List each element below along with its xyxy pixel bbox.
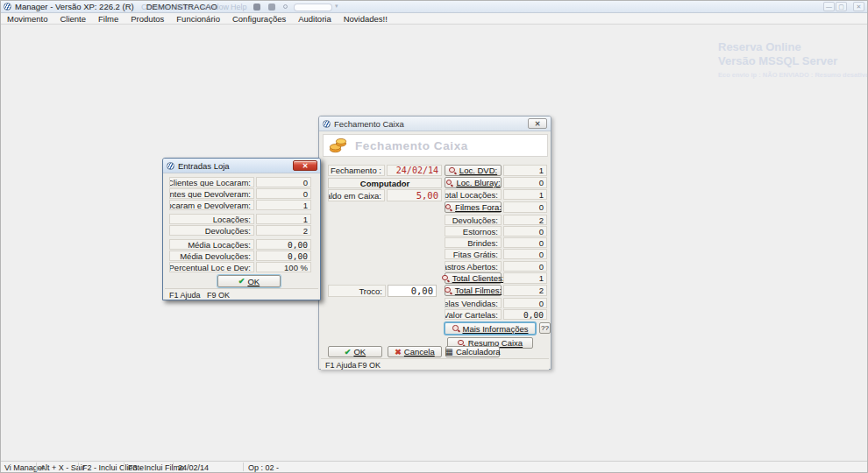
fechamento-ok-button[interactable]: ✔ OK [328, 346, 382, 357]
entradas-ok-button[interactable]: ✔ OK [217, 275, 281, 287]
percentual-loc-dev-value: 100 % [256, 262, 311, 272]
ghost-app-icon [253, 4, 260, 11]
locaram-devolveram-value: 1 [256, 200, 311, 210]
clientes-locaram-value: 0 [256, 177, 311, 187]
loc-bluray-value: 0 [503, 177, 547, 188]
menu-produtos[interactable]: Produtos [125, 14, 170, 24]
statusbar-operator: Op : 02 - [248, 463, 279, 472]
calculadora-label: Calculadora [456, 347, 501, 357]
app-logo-icon [4, 3, 11, 11]
total-filmes-label: Total Filmes: [455, 286, 502, 295]
media-devolucoes-value: 0,00 [256, 251, 311, 261]
total-locacoes-value: 1 [503, 189, 547, 200]
help-small-button[interactable]: ?? [539, 322, 551, 334]
entradas-close-icon[interactable]: ✕ [293, 160, 317, 171]
cancel-x-icon: ✖ [395, 348, 402, 357]
media-locacoes-label: Média Locações: [169, 239, 254, 250]
media-devolucoes-label: Média Devoluções: [169, 251, 254, 261]
total-clientes-value: 1 [503, 272, 547, 284]
locaram-devolveram-label: Do total, Locaram e Devolveram: [169, 200, 254, 210]
valor-cartelas-value: 0,00 [503, 309, 547, 320]
cancela-label: Cancela [404, 347, 435, 357]
ghost-caret-icon: ▾ [335, 3, 338, 10]
ghost-menu-window: Window [201, 3, 229, 11]
menu-novidades[interactable]: Novidades!! [338, 14, 394, 24]
coins-icon [329, 138, 348, 153]
entradas-title: Entradas Loja [178, 161, 230, 171]
cartelas-vendidas-label: Cartelas Vendidas: [445, 298, 502, 308]
entradas-statusbar: F1 Ajuda F9 OK [165, 288, 318, 300]
calculadora-button[interactable]: ▦ Calculadora [445, 346, 500, 357]
maximize-button[interactable]: ▢ [836, 2, 847, 11]
loc-bluray-button[interactable]: Loc. Bluray: [445, 177, 502, 188]
minimize-button[interactable]: — [823, 2, 835, 11]
close-button[interactable]: ✕ [853, 2, 864, 11]
locacoes-value: 1 [256, 214, 311, 224]
statusbar-divider [78, 462, 79, 471]
ghost-menu-commands: Commands [141, 3, 181, 11]
entradas-titlebar[interactable]: Entradas Loja ✕ [163, 159, 320, 173]
brindes-label: Brindes: [445, 237, 502, 248]
watermark-status-line: Eco envio ip : NÃO ENVIADO : Resumo desa… [718, 71, 868, 79]
menubar: Movimento Cliente Filme Produtos Funcion… [1, 13, 867, 25]
ghost-menu-files: Files [177, 3, 194, 11]
fechamento-caixa-dialog: Fechamento Caixa ✕ Fechamento Caixa Data… [318, 116, 551, 370]
magnifier-icon [442, 274, 450, 282]
total-clientes-button[interactable]: Total Clientes: [445, 272, 502, 284]
fechamento-titlebar[interactable]: Fechamento Caixa ✕ [319, 116, 551, 131]
menu-configuracoes[interactable]: Configurações [226, 14, 292, 24]
menu-auditoria[interactable]: Auditoria [292, 14, 338, 24]
app-title: Manager - Versão XP: 226.2 (R) [15, 2, 134, 11]
fechamento-title: Fechamento Caixa [334, 119, 404, 129]
loc-bluray-label: Loc. Bluray: [456, 178, 500, 187]
menu-funcionario[interactable]: Funcionário [170, 14, 226, 24]
media-locacoes-value: 0,00 [256, 239, 311, 250]
watermark-reserva-online: Reserva Online [718, 40, 801, 53]
magnifier-icon [445, 203, 452, 211]
statusbar-divider [243, 462, 244, 471]
entradas-f1-hint: F1 Ajuda [169, 291, 201, 300]
total-locacoes-label: Total Locações: [445, 189, 502, 200]
saldo-em-caixa-label: Saldo em Caixa: [328, 189, 385, 201]
loc-dvd-button[interactable]: Loc. DVD: [445, 165, 502, 176]
app-window: Manager - Versão XP: 226.2 (R) DEMONSTRA… [0, 0, 868, 473]
statusbar-app-name: Vi Manager [4, 463, 45, 472]
computador-group-label: Computador [328, 178, 442, 188]
cadastros-abertos-value: 0 [503, 261, 547, 272]
menu-cliente[interactable]: Cliente [53, 14, 92, 24]
app-titlebar: Manager - Versão XP: 226.2 (R) DEMONSTRA… [1, 1, 867, 13]
mais-informacoes-label: Mais Informações [463, 324, 529, 334]
entradas-ok-label: OK [247, 277, 260, 286]
cancela-button[interactable]: ✖ Cancela [388, 346, 442, 357]
total-clientes-label: Total Clientes: [452, 273, 505, 283]
loc-dvd-value: 1 [503, 165, 547, 176]
watermark-versao-mssql: Versão MSSQL Server [718, 54, 837, 67]
statusbar-divider [124, 462, 125, 471]
mais-informacoes-button[interactable]: Mais Informações [444, 321, 537, 335]
ghost-app-icon-2 [268, 4, 275, 11]
clientes-devolveram-label: Total de Clientes que Devolveram: [169, 188, 254, 199]
menu-filme[interactable]: Filme [92, 14, 125, 24]
statusbar-divider [173, 462, 174, 471]
clientes-devolveram-value: 0 [256, 188, 311, 199]
magnifier-icon [445, 179, 453, 187]
filmes-fora-button[interactable]: Filmes Fora: [445, 201, 502, 213]
troco-field[interactable]: 0,00 [388, 285, 437, 297]
entradas-devolucoes-value: 2 [256, 225, 311, 236]
valor-cartelas-label: Valor Cartelas: [445, 309, 502, 320]
percentual-loc-dev-label: Percentual Loc e Dev: [169, 262, 254, 272]
cartelas-vendidas-value: 0 [503, 298, 547, 308]
cadastros-abertos-label: Cadastros Abertos: [445, 261, 502, 272]
fechamento-f9-hint: F9 OK [358, 361, 381, 370]
menu-movimento[interactable]: Movimento [1, 14, 53, 24]
check-icon: ✔ [345, 348, 352, 357]
fechamento-ok-label: OK [353, 347, 366, 357]
total-filmes-button[interactable]: Total Filmes: [445, 285, 502, 296]
total-filmes-value: 2 [503, 285, 547, 296]
ghost-search-box [294, 4, 332, 11]
fechamento-close-icon[interactable]: ✕ [528, 118, 547, 129]
fitas-gratis-value: 0 [503, 249, 547, 259]
statusbar-date: 24/02/14 [178, 463, 209, 472]
data-fechamento-value: 24/02/14 [387, 165, 442, 176]
fitas-gratis-label: Fitas Grátis: [445, 249, 502, 259]
